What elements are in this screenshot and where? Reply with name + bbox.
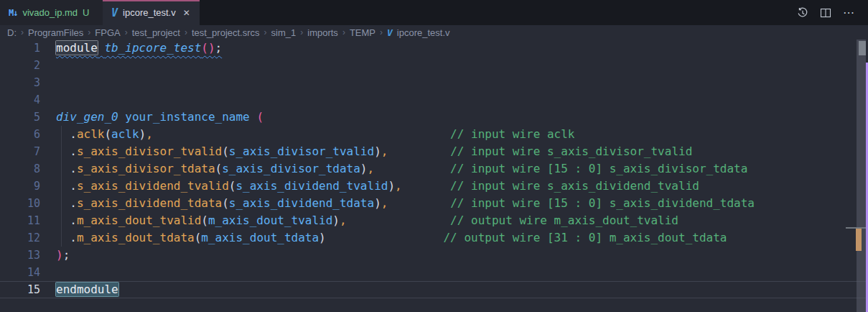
code-text: .m_axis_dout_tvalid(m_axis_dout_tvalid),… [40, 212, 678, 229]
line-number: 13 [0, 247, 40, 264]
line-number: 9 [0, 178, 40, 195]
line-number: 8 [0, 160, 40, 178]
git-untracked-badge: U [83, 7, 89, 18]
code-line-6[interactable]: 6 .aclk(aclk), // input wire aclk [0, 126, 868, 143]
code-text: .s_axis_dividend_tvalid(s_axis_dividend_… [40, 178, 699, 195]
editor-window: M↓ vivado_ip.md U V ipcore_test.v ✕ ⋯ D:… [0, 0, 868, 312]
breadcrumb-file[interactable]: ipcore_test.v [397, 27, 450, 38]
code-text [40, 264, 56, 281]
line-number: 11 [0, 212, 40, 229]
breadcrumb-separator: › [88, 27, 90, 37]
breadcrumb-item[interactable]: test_project.srcs [192, 27, 260, 38]
code-text: .aclk(aclk), // input wire aclk [40, 126, 575, 143]
line-number: 12 [0, 229, 40, 247]
line-number: 2 [0, 57, 40, 74]
code-line-14[interactable]: 14 [0, 264, 868, 281]
more-actions-icon[interactable]: ⋯ [843, 6, 855, 19]
breadcrumb-separator: › [380, 27, 383, 37]
code-text: .s_axis_divisor_tdata(s_axis_divisor_tda… [40, 160, 747, 178]
code-line-4[interactable]: 4 [0, 91, 868, 109]
code-line-7[interactable]: 7 .s_axis_divisor_tvalid(s_axis_divisor_… [0, 143, 868, 160]
code-line-11[interactable]: 11 .m_axis_dout_tvalid(m_axis_dout_tvali… [0, 212, 868, 229]
tab-label: ipcore_test.v [123, 7, 176, 18]
verilog-file-icon: V [111, 6, 118, 19]
breadcrumb-separator: › [300, 27, 303, 37]
tab-bar: M↓ vivado_ip.md U V ipcore_test.v ✕ ⋯ [0, 0, 868, 25]
overview-modified-marker [856, 229, 862, 251]
tab-label: vivado_ip.md [22, 7, 78, 18]
code-text [40, 74, 56, 91]
code-line-5[interactable]: 5div_gen_0 your_instance_name ( [0, 109, 868, 126]
split-editor-icon[interactable] [820, 7, 831, 19]
code-text: module tb_ipcore_test(); [40, 40, 222, 57]
code-text [40, 57, 56, 74]
line-number: 14 [0, 264, 40, 281]
code-text: .s_axis_dividend_tdata(s_axis_dividend_t… [40, 195, 755, 212]
breadcrumb-separator: › [342, 27, 345, 37]
breadcrumb-item[interactable]: FPGA [95, 27, 120, 38]
code-line-10[interactable]: 10 .s_axis_dividend_tdata(s_axis_dividen… [0, 195, 868, 212]
breadcrumb-item[interactable]: D: [7, 27, 17, 38]
code-line-15[interactable]: 15endmodule [0, 281, 868, 298]
code-line-12[interactable]: 12 .m_axis_dout_tdata(m_axis_dout_tdata)… [0, 229, 868, 247]
breadcrumb: D:›ProgramFiles›FPGA›test_project›test_p… [0, 25, 868, 40]
code-line-3[interactable]: 3 [0, 74, 868, 91]
breadcrumb-separator: › [264, 27, 267, 37]
close-icon[interactable]: ✕ [183, 8, 190, 18]
breadcrumb-separator: › [125, 27, 128, 37]
code-text: .s_axis_divisor_tvalid(s_axis_divisor_tv… [40, 143, 692, 160]
code-line-1[interactable]: 1module tb_ipcore_test(); [0, 40, 868, 57]
code-line-9[interactable]: 9 .s_axis_dividend_tvalid(s_axis_dividen… [0, 178, 868, 195]
line-number: 10 [0, 195, 40, 212]
code-text: ); [40, 247, 70, 264]
tab-vivado-ip-md[interactable]: M↓ vivado_ip.md U [0, 0, 103, 25]
breadcrumb-item[interactable]: imports [307, 27, 338, 38]
line-number: 15 [0, 281, 40, 298]
breadcrumb-item[interactable]: TEMP [350, 27, 375, 38]
breadcrumb-item[interactable]: ProgramFiles [28, 27, 83, 38]
markdown-icon: M↓ [9, 8, 17, 18]
code-line-2[interactable]: 2 [0, 57, 868, 74]
breadcrumb-item[interactable]: test_project [132, 27, 180, 38]
line-number: 4 [0, 91, 40, 109]
code-text: endmodule [40, 281, 118, 298]
breadcrumb-item[interactable]: sim_1 [271, 27, 297, 38]
breadcrumb-separator: › [185, 27, 187, 37]
code-text: div_gen_0 your_instance_name ( [40, 109, 263, 126]
code-lines: 1module tb_ipcore_test();2345div_gen_0 y… [0, 40, 868, 298]
timeline-history-icon[interactable] [797, 7, 808, 19]
code-editor[interactable]: 1module tb_ipcore_test();2345div_gen_0 y… [0, 40, 868, 312]
breadcrumb-separator: › [21, 27, 24, 37]
line-number: 6 [0, 126, 40, 143]
code-line-8[interactable]: 8 .s_axis_divisor_tdata(s_axis_divisor_t… [0, 160, 868, 178]
lint-squiggle: module tb_ipcore_test(); [56, 41, 222, 55]
code-line-13[interactable]: 13); [0, 247, 868, 264]
code-text [40, 91, 56, 109]
line-number: 3 [0, 74, 40, 91]
editor-actions: ⋯ [797, 0, 868, 25]
verilog-file-icon: V [387, 27, 393, 38]
line-number: 7 [0, 143, 40, 160]
scrollbar[interactable] [857, 40, 866, 312]
code-text: .m_axis_dout_tdata(m_axis_dout_tdata) //… [40, 229, 727, 247]
tab-ipcore-test-v[interactable]: V ipcore_test.v ✕ [103, 0, 200, 25]
line-number: 5 [0, 109, 40, 126]
line-number: 1 [0, 40, 40, 57]
overview-selection-marker [859, 41, 866, 55]
